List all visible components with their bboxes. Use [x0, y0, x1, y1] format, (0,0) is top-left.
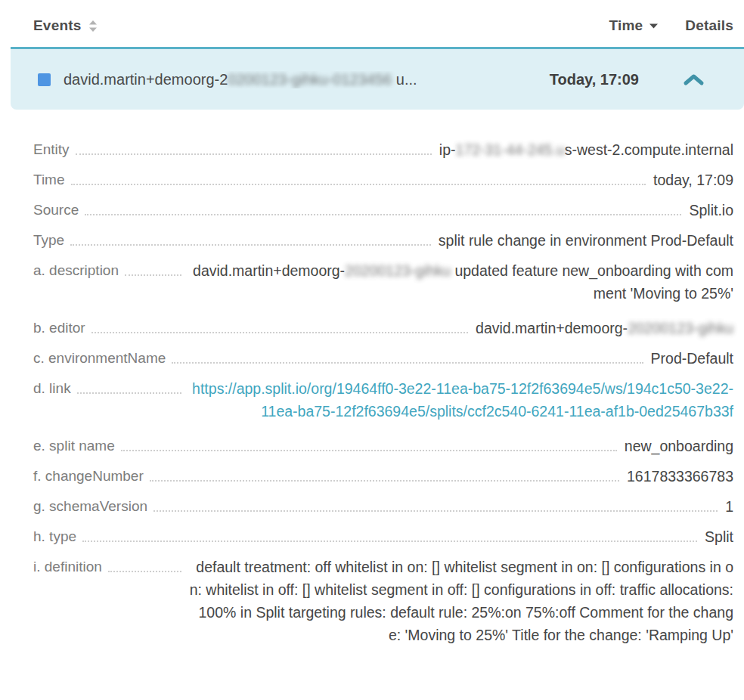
detail-row: Timetoday, 17:09 [33, 169, 733, 191]
events-column-header[interactable]: Events [33, 17, 98, 34]
detail-label: b. editor [33, 317, 85, 339]
events-table-header: Events Time Details [0, 0, 744, 47]
detail-value: today, 17:09 [653, 169, 733, 191]
dotted-leader [71, 169, 646, 185]
detail-value: split rule change in environment Prod-De… [439, 229, 733, 252]
event-title-prefix: david.martin+demoorg-2 [64, 71, 228, 88]
collapse-event-button[interactable] [683, 73, 705, 86]
detail-value: new_onboarding [625, 435, 733, 457]
detail-row: c. environmentNameProd-Default [33, 347, 733, 370]
detail-value: Split.io [689, 199, 733, 221]
detail-label: Source [33, 199, 79, 221]
detail-row: d. linkhttps://app.split.io/org/19464ff0… [33, 377, 733, 423]
event-title: david.martin+demoorg-20200123-gihku-0123… [64, 71, 550, 88]
split-console-link[interactable]: https://app.split.io/org/19464ff0-3e22-1… [192, 380, 733, 420]
dotted-leader [121, 435, 617, 451]
detail-label: c. environmentName [33, 347, 166, 370]
detail-value: ip-172-31-44-245.us-west-2.compute.inter… [439, 138, 733, 161]
time-column-header[interactable]: Time [609, 17, 658, 34]
detail-label: i. definition [33, 556, 102, 578]
value-text: today, 17:09 [653, 172, 733, 188]
redacted-text: 20200123-gihku [628, 320, 733, 336]
value-text: ip- [439, 141, 456, 158]
sort-up-down-icon [88, 20, 98, 33]
detail-value: default treatment: off whitelist in on: … [189, 556, 733, 646]
detail-label: d. link [33, 377, 71, 400]
value-text: new_onboarding [625, 438, 733, 454]
detail-row: a. descriptiondavid.martin+demoorg-20200… [33, 259, 733, 305]
dotted-leader [76, 138, 432, 155]
dotted-leader [150, 465, 619, 482]
detail-row: SourceSplit.io [33, 199, 733, 221]
value-text: split rule change in environment Prod-De… [439, 232, 733, 249]
detail-value: 1617833366783 [627, 465, 733, 488]
time-column-label: Time [609, 17, 643, 34]
detail-value: Prod-Default [651, 347, 733, 370]
redacted-text: 0200123-gihku-0123456 [228, 71, 392, 88]
dotted-leader [153, 495, 718, 512]
value-text: david.martin+demoorg- [476, 320, 628, 336]
events-column-label: Events [33, 17, 82, 34]
dotted-leader [82, 525, 697, 542]
value-text: updated feature new_onboarding with comm… [451, 262, 733, 302]
event-title-suffix: u... [392, 71, 417, 88]
event-time: Today, 17:09 [550, 71, 639, 88]
value-text: 1617833366783 [627, 468, 733, 485]
dotted-leader [125, 259, 181, 276]
detail-label: f. changeNumber [33, 465, 144, 488]
detail-row: Entityip-172-31-44-245.us-west-2.compute… [33, 138, 733, 161]
detail-row: b. editordavid.martin+demoorg-20200123-g… [33, 317, 733, 339]
dotted-leader [172, 347, 643, 364]
value-text: s-west-2.compute.internal [565, 141, 733, 158]
event-row-expanded[interactable]: david.martin+demoorg-20200123-gihku-0123… [11, 47, 744, 110]
value-text: default treatment: off whitelist in on: … [190, 559, 733, 643]
value-text: Prod-Default [651, 350, 733, 367]
details-column-label: Details [685, 17, 733, 34]
value-text: david.martin+demoorg- [193, 262, 345, 279]
detail-row: e. split namenew_onboarding [33, 435, 733, 457]
redacted-text: 172-31-44-245.u [456, 141, 565, 158]
detail-label: Entity [33, 138, 70, 161]
redacted-text: 20200123-gihku [345, 262, 451, 279]
dotted-leader [77, 377, 181, 394]
caret-down-icon [649, 23, 658, 29]
details-list: Entityip-172-31-44-245.us-west-2.compute… [0, 110, 744, 646]
detail-value: Split [705, 525, 733, 548]
detail-value: david.martin+demoorg-20200123-gihku [476, 317, 733, 339]
detail-label: Time [33, 169, 65, 191]
detail-label: a. description [33, 259, 119, 282]
detail-value: david.martin+demoorg-20200123-gihku upda… [189, 259, 733, 305]
event-marker-icon [38, 73, 51, 86]
detail-label: e. split name [33, 435, 115, 457]
value-text: Split [705, 528, 733, 545]
dotted-leader [85, 199, 681, 215]
detail-label: h. type [33, 525, 76, 548]
detail-value: 1 [725, 495, 733, 518]
dotted-leader [108, 556, 181, 572]
value-text: Split.io [689, 202, 733, 218]
detail-row: i. definitiondefault treatment: off whit… [33, 556, 733, 646]
detail-label: g. schemaVersion [33, 495, 147, 518]
chevron-up-icon [683, 77, 705, 88]
detail-row: h. typeSplit [33, 525, 733, 548]
detail-label: Type [33, 229, 64, 252]
detail-row: g. schemaVersion1 [33, 495, 733, 518]
value-text: 1 [725, 498, 733, 515]
detail-row: f. changeNumber1617833366783 [33, 465, 733, 488]
dotted-leader [70, 229, 431, 246]
detail-value: https://app.split.io/org/19464ff0-3e22-1… [189, 377, 733, 423]
detail-row: Typesplit rule change in environment Pro… [33, 229, 733, 252]
dotted-leader [91, 317, 468, 333]
